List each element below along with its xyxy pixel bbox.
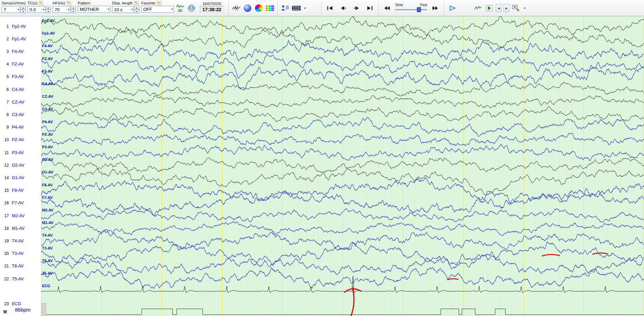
hf-caret-icon: ▾ <box>66 8 69 11</box>
hf-edit-icon[interactable]: ✎ <box>67 1 71 5</box>
channel-row: 20 T3-AV <box>0 251 24 257</box>
channel-label: C4-AV <box>12 87 24 92</box>
mini-trend-icon[interactable] <box>473 3 483 14</box>
disp-length-spin-down-icon[interactable]: ▾ <box>134 10 140 13</box>
globe-grid-icon[interactable] <box>187 3 196 14</box>
heart-rate-value: 86bpm <box>15 307 31 313</box>
channel-label: T3-AV <box>12 251 24 256</box>
channel-label: T6-AV <box>12 264 24 268</box>
disp-length-spin-up-icon[interactable]: ▴ <box>134 6 140 10</box>
pattern-label: Pattern <box>78 1 90 5</box>
channel-row: 11 P3-AV <box>0 150 24 155</box>
spectral-map-icon[interactable] <box>265 3 275 14</box>
skip-first-button[interactable] <box>324 4 336 13</box>
sens-spin-up-icon[interactable]: ▴ <box>20 6 26 10</box>
auto-play-icon[interactable] <box>484 3 494 14</box>
media-dropdown-icon[interactable]: ▾ <box>303 4 307 12</box>
channel-label: Fp2-AV <box>12 24 26 29</box>
sens-combo[interactable]: 7 ▾ <box>2 6 20 13</box>
wave-3d-icon[interactable]: 3D <box>176 3 185 14</box>
speed-slider-track[interactable] <box>394 7 428 13</box>
sens-spinner[interactable]: ▴ ▾ <box>20 6 26 13</box>
channel-label: PZ-AV <box>12 137 24 142</box>
head-map-icon[interactable] <box>243 3 252 14</box>
skip-last-icon <box>367 6 373 11</box>
channel-number: 15 <box>0 188 9 193</box>
channel-number: 3 <box>0 49 9 54</box>
channel-row: 3 F4-AV <box>0 49 24 54</box>
channel-row: 18 M1-AV <box>0 225 24 231</box>
hf-spinner[interactable]: ▴ ▾ <box>71 6 76 13</box>
disp-length-spinner[interactable]: ▴ ▾ <box>134 6 140 13</box>
channel-number: 14 <box>0 175 9 180</box>
patient-info-icon[interactable] <box>280 3 290 14</box>
step-back-icon <box>340 6 346 11</box>
toolbar: Sens(uV/mm) 7 ▾ ▴ ▾ TC(s) ✎ 0.3 ▾ <box>0 0 644 16</box>
tc-edit-icon[interactable]: ✎ <box>39 1 43 5</box>
video-icon[interactable] <box>292 3 301 14</box>
channel-row: 17 M2-AV <box>0 213 24 219</box>
channel-number: 16 <box>0 201 9 205</box>
channel-label: Fp1-AV <box>12 37 26 41</box>
setup-dropdown-icon[interactable]: ▾ <box>522 4 527 12</box>
tc-value: 0.3 <box>30 7 36 12</box>
time-display: 17:38:22 <box>200 6 224 13</box>
channel-label: C3-AV <box>12 112 24 117</box>
fast-forward-button[interactable] <box>429 4 441 13</box>
setup-icon[interactable] <box>511 3 521 14</box>
channel-number: 10 <box>0 137 9 142</box>
disp-length-caret-icon: ▾ <box>130 8 133 11</box>
channel-row: 8 C3-AV <box>0 112 24 117</box>
channel-label: ECG <box>12 301 21 306</box>
step-forward-button[interactable] <box>351 4 362 13</box>
channel-label: P3-AV <box>12 150 24 155</box>
hf-spin-down-icon[interactable]: ▾ <box>71 10 76 13</box>
rewind-button[interactable] <box>381 4 393 13</box>
page-back-button[interactable]: ◀ <box>496 4 502 12</box>
channel-row: 7 CZ-AV <box>0 99 24 105</box>
color-map-icon[interactable] <box>254 3 263 14</box>
skip-last-button[interactable] <box>364 4 375 13</box>
speed-fast-label: Fast <box>420 3 427 7</box>
favorite-edit-icon[interactable]: ✎ <box>157 1 161 5</box>
eeg-trace-area[interactable] <box>41 16 644 316</box>
disp-length-combo[interactable]: 10 s ▾ <box>112 6 134 13</box>
channel-number: 23 <box>0 301 9 306</box>
channel-label-column: 86bpm M 1 Fp2-AV 2 Fp1-AV 3 F4-AV 4 FZ-A… <box>0 16 41 316</box>
sens-spin-down-icon[interactable]: ▾ <box>20 10 26 13</box>
favorite-label: Favorite <box>141 1 155 5</box>
page-next-button[interactable]: ▶ <box>503 4 510 12</box>
eeg-review-window: Sens(uV/mm) 7 ▾ ▴ ▾ TC(s) ✎ 0.3 ▾ <box>0 0 644 316</box>
channel-label: F7-AV <box>12 201 24 205</box>
tc-combo[interactable]: 0.3 ▾ <box>27 6 45 13</box>
play-icon <box>449 5 456 11</box>
channel-row: 19 T4-AV <box>0 238 24 244</box>
trend-wave-icon[interactable] <box>232 3 241 14</box>
tc-spin-down-icon[interactable]: ▾ <box>45 10 51 13</box>
tc-spinner[interactable]: ▴ ▾ <box>45 6 51 13</box>
tc-control: TC(s) ✎ 0.3 ▾ ▴ ▾ <box>27 0 51 13</box>
page-back-icon: ◀ <box>498 7 500 10</box>
play-button[interactable] <box>447 4 458 13</box>
speed-slider-handle[interactable] <box>417 7 421 12</box>
channel-number: 11 <box>0 150 9 155</box>
tc-spin-up-icon[interactable]: ▴ <box>45 6 51 10</box>
hf-spin-up-icon[interactable]: ▴ <box>71 6 76 10</box>
trace-workspace: 86bpm M 1 Fp2-AV 2 Fp1-AV 3 F4-AV 4 FZ-A… <box>0 16 644 316</box>
fast-forward-icon <box>432 6 438 11</box>
channel-number: 22 <box>0 277 9 281</box>
channel-label: T4-AV <box>12 239 24 243</box>
channel-number: 17 <box>0 213 9 218</box>
favorite-combo[interactable]: OFF ▾ <box>141 6 174 13</box>
channel-number: 12 <box>0 163 9 168</box>
step-back-button[interactable] <box>337 4 349 13</box>
channel-number: 19 <box>0 239 9 243</box>
favorite-control: Favorite ✎ OFF ▾ <box>141 0 174 13</box>
disp-length-edit-icon[interactable]: ✎ <box>134 1 139 5</box>
channel-number: 21 <box>0 264 9 268</box>
pattern-combo[interactable]: MOTHER ▾ <box>78 6 110 13</box>
scrollbar-corner[interactable] <box>41 303 46 316</box>
channel-number: 7 <box>0 100 9 105</box>
channel-row: 23 ECG <box>0 301 21 306</box>
hf-combo[interactable]: 70 ▾ <box>53 6 70 13</box>
